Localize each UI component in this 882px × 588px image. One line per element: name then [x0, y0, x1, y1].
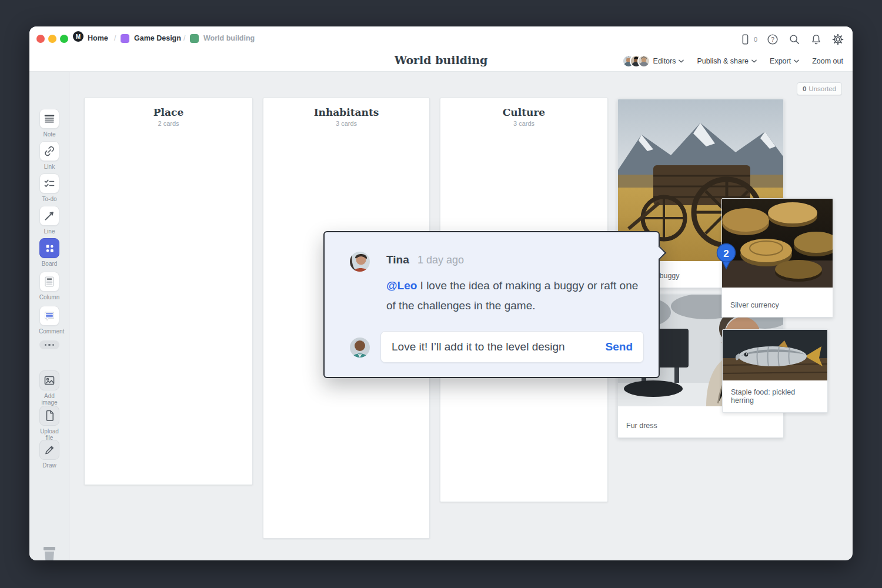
milanote-logo-icon[interactable]: M [73, 31, 83, 42]
title-actions: Editors Publish & share Export Zoom out [622, 52, 843, 70]
more-tools-button[interactable] [39, 340, 59, 349]
note-icon [39, 109, 59, 129]
comment-timestamp: 1 day ago [417, 254, 464, 266]
comment-text: I love the idea of making a buggy or raf… [386, 279, 638, 312]
column-title[interactable]: Place [85, 106, 252, 118]
zoom-out-label: Zoom out [812, 57, 843, 65]
notifications-bell-icon[interactable] [810, 33, 823, 46]
editors-label: Editors [653, 57, 676, 65]
editor-avatars [622, 55, 650, 68]
board-icon [39, 238, 59, 258]
silver-currency-photo [722, 199, 833, 288]
settings-gear-icon[interactable] [831, 33, 844, 46]
app-header: M Home / Game Design / World building 0 … [29, 26, 853, 72]
reply-input-value: Love it! I’ll add it to the level design [392, 340, 599, 353]
tool-label: Note [39, 131, 60, 138]
unsorted-label: Unsorted [808, 85, 836, 92]
column-card-count: 3 cards [263, 120, 429, 127]
board-color-swatch-purple [121, 34, 129, 43]
trash-dropzone[interactable]: Trash [36, 545, 62, 560]
comment-body: @Leo I love the idea of making a buggy o… [386, 276, 639, 316]
desktop-background: M Home / Game Design / World building 0 … [0, 0, 882, 588]
export-button[interactable]: Export [770, 57, 799, 65]
chevron-down-icon [679, 59, 684, 63]
image-caption: Staple food: pickled herring [723, 380, 827, 412]
tool-column[interactable]: Column [39, 272, 60, 300]
publish-share-label: Publish & share [697, 57, 749, 65]
tool-upload-file[interactable]: Upload file [39, 406, 60, 441]
tool-label: Draw [39, 462, 60, 469]
tool-draw[interactable]: Draw [39, 440, 60, 469]
tool-sidebar: Note Link To-do Line [29, 72, 69, 560]
breadcrumb-current-board[interactable]: World building [203, 34, 255, 42]
chevron-down-icon [751, 59, 757, 63]
breadcrumb: M Home / Game Design / World building 0 … [29, 26, 853, 52]
column-place[interactable]: Place 2 cards [84, 98, 253, 485]
column-icon [39, 272, 59, 292]
header-icon-group: 0 ? [739, 32, 844, 47]
title-bar: World building Editors Publish & share [29, 52, 853, 72]
board-color-swatch-green [190, 34, 199, 43]
reply-input[interactable]: Love it! I’ll add it to the level design… [380, 331, 644, 363]
board-canvas[interactable]: 0 Unsorted Place 2 cards [69, 72, 853, 560]
unsorted-count: 0 [803, 85, 806, 92]
image-card-staple-food[interactable]: Staple food: pickled herring [722, 329, 828, 413]
add-image-icon [39, 370, 59, 390]
line-icon [39, 206, 59, 226]
breadcrumb-parent-board[interactable]: Game Design [134, 34, 181, 42]
link-icon [39, 141, 59, 161]
app-window: M Home / Game Design / World building 0 … [29, 26, 853, 560]
zoom-out-button[interactable]: Zoom out [812, 57, 843, 65]
pin-count: 2 [723, 248, 729, 259]
unsorted-badge[interactable]: 0 Unsorted [797, 82, 842, 95]
editors-button[interactable]: Editors [622, 55, 684, 68]
breadcrumb-separator: / [183, 34, 185, 42]
chevron-down-icon [794, 59, 799, 63]
tool-comment[interactable]: Comment [39, 306, 60, 335]
search-icon[interactable] [788, 33, 801, 46]
trash-icon [41, 545, 58, 560]
tool-board[interactable]: Board [39, 238, 60, 267]
column-card-count: 2 cards [85, 120, 252, 127]
tool-label: Column [39, 294, 60, 300]
replier-avatar [350, 338, 370, 358]
comment-icon [39, 306, 59, 326]
export-label: Export [770, 57, 791, 65]
mention-link[interactable]: @Leo [386, 279, 417, 292]
draw-pencil-icon [39, 440, 59, 460]
todo-icon [39, 173, 59, 193]
help-icon[interactable]: ? [766, 33, 779, 46]
tool-label: To-do [39, 196, 60, 202]
close-window-button[interactable] [36, 35, 45, 43]
tool-todo[interactable]: To-do [39, 173, 60, 202]
tool-note[interactable]: Note [39, 109, 60, 138]
image-caption: Fur dress [618, 414, 783, 437]
tool-label: Comment [39, 328, 60, 335]
comment-popup: Tina 1 day ago @Leo I love the idea of m… [323, 231, 660, 378]
comment-pin[interactable]: 2 [714, 243, 738, 271]
publish-share-button[interactable]: Publish & share [697, 57, 757, 65]
tool-label: Board [39, 260, 60, 267]
svg-text:?: ? [771, 36, 774, 43]
image-caption: Silver currency [722, 293, 833, 317]
breadcrumb-separator: / [114, 34, 116, 42]
image-card-silver-currency[interactable]: Silver currency [721, 198, 833, 318]
tool-label: Link [39, 163, 60, 170]
breadcrumb-home[interactable]: Home [88, 34, 108, 42]
tool-link[interactable]: Link [39, 141, 60, 170]
column-card-count: 3 cards [440, 120, 607, 127]
zoom-window-button[interactable] [60, 35, 68, 43]
device-icon[interactable] [739, 33, 751, 46]
column-title[interactable]: Culture [440, 106, 607, 118]
pickled-herring-photo [723, 330, 828, 383]
tool-add-image[interactable]: Add image [39, 370, 60, 406]
avatar [637, 55, 650, 68]
tool-label: Add image [39, 393, 60, 406]
tool-label: Upload file [39, 428, 60, 441]
send-button[interactable]: Send [606, 340, 633, 353]
column-title[interactable]: Inhabitants [263, 106, 429, 118]
device-count: 0 [754, 36, 757, 43]
upload-file-icon [39, 406, 59, 426]
minimize-window-button[interactable] [48, 35, 56, 43]
tool-line[interactable]: Line [39, 206, 60, 235]
